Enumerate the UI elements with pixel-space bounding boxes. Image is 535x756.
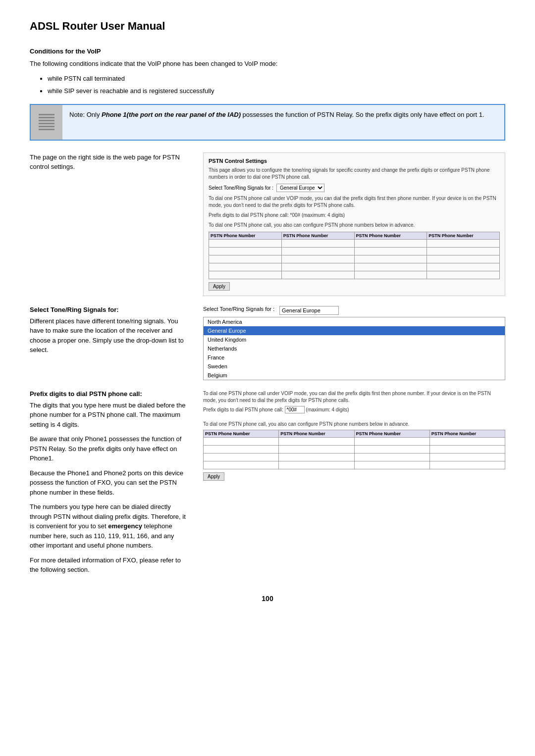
prefix-section: Prefix digits to dial PSTN phone call: T…: [30, 390, 505, 580]
pstn-table-top: PSTN Phone Number PSTN Phone Number PSTN…: [209, 232, 500, 279]
dropdown-option-france[interactable]: France: [204, 353, 505, 362]
dropdown-option-belgium[interactable]: Belgium: [204, 371, 505, 380]
prefix-body1: The digits that you type here must be di…: [30, 401, 188, 430]
dropdown-option-sweden[interactable]: Sweden: [204, 362, 505, 371]
tone-ring-dropdown-list: North America General Europe United King…: [203, 317, 505, 380]
pstn-select-dropdown[interactable]: General Europe: [276, 184, 324, 192]
prefix-right: To dial one PSTN phone call under VOIP m…: [203, 390, 505, 580]
pstn-bot-col-4: PSTN Phone Number: [429, 430, 505, 437]
tone-ring-select-wrapper: General Europe: [279, 306, 339, 315]
pstn-bot-col-1: PSTN Phone Number: [204, 430, 279, 437]
pstn-panel-desc1: This page allows you to configure the to…: [209, 167, 500, 181]
conditions-heading: Conditions for the VoIP: [30, 48, 505, 55]
prefix-heading: Prefix digits to dial PSTN phone call:: [30, 390, 188, 398]
pstn-panel-desc2: To dial one PSTN phone call under VOIP m…: [209, 195, 500, 209]
prefix-input[interactable]: [285, 406, 305, 413]
prefix-body5: For more detailed information of FXO, pl…: [30, 555, 188, 575]
dropdown-option-north-america[interactable]: North America: [204, 317, 505, 326]
tone-ring-body: Different places have different tone/rin…: [30, 316, 188, 355]
prefix-body4: The numbers you type here can be dialed …: [30, 502, 188, 551]
table-row: [204, 453, 505, 461]
conditions-bullets: while PSTN call terminated while SIP sev…: [40, 74, 505, 96]
prefix-input-line: Prefix digits to dial PSTN phone call: (…: [203, 406, 505, 413]
pstn-intro-section: The page on the right side is the web pa…: [30, 152, 505, 296]
table-row: [209, 271, 500, 279]
pstn-bot-col-3: PSTN Phone Number: [354, 430, 429, 437]
tone-ring-right: Select Tone/Ring Signals for : General E…: [203, 306, 505, 380]
tone-ring-heading: Select Tone/Ring Signals for:: [30, 306, 188, 313]
page-number: 100: [30, 595, 505, 603]
table-row: [204, 445, 505, 453]
prefix-body3: Because the Phone1 and Phone2 ports on t…: [30, 468, 188, 498]
apply-button-top[interactable]: Apply: [209, 282, 230, 291]
dropdown-option-united-kingdom[interactable]: United Kingdom: [204, 335, 505, 344]
note-prefix: Note: Only: [69, 111, 102, 118]
pstn-bot-col-2: PSTN Phone Number: [279, 430, 354, 437]
prefix-left: Prefix digits to dial PSTN phone call: T…: [30, 390, 188, 580]
tone-ring-select-label: Select Tone/Ring Signals for :: [203, 306, 274, 312]
table-row: [204, 461, 505, 469]
note-suffix: possesses the function of PSTN Relay. So…: [241, 111, 484, 118]
prefix-right-desc: To dial one PSTN phone call under VOIP m…: [203, 390, 505, 404]
prefix-body4-bold: emergency: [108, 522, 142, 530]
prefix-right-label-text: Prefix digits to dial PSTN phone call:: [203, 407, 285, 412]
pstn-panel-table-desc: To dial one PSTN phone call, you also ca…: [209, 222, 500, 229]
pstn-select-label: Select Tone/Ring Signals for :: [209, 185, 273, 191]
pstn-left: The page on the right side is the web pa…: [30, 152, 188, 296]
pstn-panel-title: PSTN Control Settings: [209, 158, 500, 164]
page-title: ADSL Router User Manual: [30, 20, 505, 33]
pstn-panel-wrapper: PSTN Control Settings This page allows y…: [203, 152, 505, 296]
tone-ring-section: Select Tone/Ring Signals for: Different …: [30, 306, 505, 380]
tone-ring-left: Select Tone/Ring Signals for: Different …: [30, 306, 188, 380]
table-row: [209, 247, 500, 255]
pstn-left-text: The page on the right side is the web pa…: [30, 152, 188, 172]
pstn-panel-prefix-label: Prefix digits to dial PSTN phone call: *…: [209, 212, 500, 219]
dropdown-option-general-europe[interactable]: General Europe: [204, 326, 505, 335]
pstn-col-1: PSTN Phone Number: [209, 232, 282, 239]
pstn-table-bottom: PSTN Phone Number PSTN Phone Number PSTN…: [203, 430, 505, 469]
conditions-intro: The following conditions indicate that t…: [30, 59, 505, 69]
note-box: Note: Only Phone 1(the port on the rear …: [30, 104, 505, 141]
prefix-right-table-desc: To dial one PSTN phone call, you also ca…: [203, 421, 505, 428]
apply-button-bottom[interactable]: Apply: [203, 472, 224, 481]
tone-ring-control: Select Tone/Ring Signals for : General E…: [203, 306, 505, 315]
pstn-col-3: PSTN Phone Number: [354, 232, 427, 239]
note-bold-italic: Phone 1(the port on the rear panel of th…: [102, 111, 241, 118]
conditions-section: Conditions for the VoIP The following co…: [30, 48, 505, 96]
prefix-max-label: (maximum: 4 digits): [306, 407, 349, 412]
pstn-col-4: PSTN Phone Number: [427, 232, 500, 239]
tone-ring-select[interactable]: General Europe: [279, 306, 339, 315]
dropdown-option-netherlands[interactable]: Netherlands: [204, 344, 505, 353]
note-text: Note: Only Phone 1(the port on the rear …: [62, 105, 491, 140]
pstn-select-row: Select Tone/Ring Signals for : General E…: [209, 184, 500, 192]
table-row: [209, 255, 500, 263]
table-row: [209, 263, 500, 271]
table-row: [209, 239, 500, 247]
table-row: [204, 437, 505, 445]
note-icon: [31, 105, 62, 140]
bullet-1: while PSTN call terminated: [40, 74, 505, 84]
pstn-col-2: PSTN Phone Number: [281, 232, 354, 239]
prefix-body2: Be aware that only Phone1 possesses the …: [30, 434, 188, 463]
bullet-2: while SIP sever is reachable and is regi…: [40, 86, 505, 96]
pstn-panel: PSTN Control Settings This page allows y…: [203, 152, 505, 296]
